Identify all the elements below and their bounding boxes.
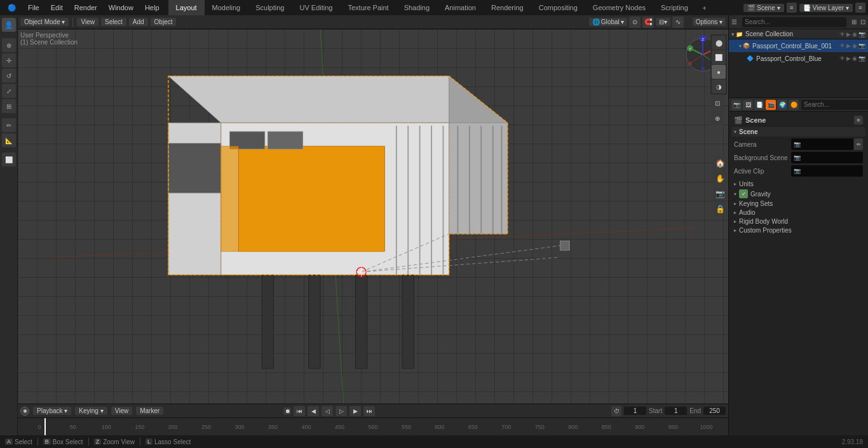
tab-geometry-nodes[interactable]: Geometry Nodes: [585, 0, 653, 15]
step-back-btn[interactable]: ◀: [308, 406, 319, 416]
viewport-overlay-dropdown[interactable]: ⊡: [710, 96, 724, 110]
viewport-shading-rendered[interactable]: ◑: [712, 79, 726, 93]
play-btn[interactable]: ▷: [336, 406, 347, 416]
tab-scripting[interactable]: Scripting: [653, 0, 696, 15]
timeline-track[interactable]: 0 50 100 150 200 250 300 350 400 450 500…: [18, 418, 728, 435]
properties-search-input[interactable]: [801, 100, 868, 110]
tab-compositing[interactable]: Compositing: [531, 0, 585, 15]
move-tool[interactable]: ✛: [2, 53, 16, 67]
object-menu[interactable]: Object: [151, 18, 177, 26]
current-frame-input[interactable]: [624, 407, 646, 415]
playback-btn[interactable]: Playback ▾: [33, 407, 71, 415]
passport-blue-select-icon[interactable]: ▶: [846, 55, 851, 62]
annotate-tool[interactable]: ✏: [2, 118, 16, 132]
tab-sculpting[interactable]: Sculpting: [248, 0, 292, 15]
options-btn[interactable]: Options ▾: [693, 18, 726, 26]
tab-uv-editing[interactable]: UV Editing: [292, 0, 340, 15]
camera-btn[interactable]: 📷: [713, 187, 727, 201]
prop-units-collapse[interactable]: ▸ Units: [731, 180, 865, 188]
outliner-item-passport-001[interactable]: ▾ 📦 Passport_Control_Blue_001 👁 ▶ ◉ 📷: [729, 39, 868, 52]
scale-tool[interactable]: ⤢: [2, 84, 16, 98]
view-btn[interactable]: View: [111, 407, 133, 415]
viewport-shading-solid[interactable]: ⬤: [712, 36, 726, 50]
scene-section-header[interactable]: ▾ Scene: [731, 127, 865, 137]
camera-value[interactable]: 📷: [791, 139, 853, 150]
end-frame-input[interactable]: [703, 407, 726, 415]
prop-scene-expand[interactable]: ≡: [854, 116, 863, 125]
menu-edit[interactable]: Edit: [46, 3, 68, 13]
prop-keying-sets-collapse[interactable]: ▸ Keying Sets: [731, 200, 865, 208]
prop-tab-world[interactable]: 🌍: [777, 100, 787, 110]
view-menu[interactable]: View: [77, 18, 98, 26]
measure-tool[interactable]: 📐: [2, 133, 16, 147]
prop-tab-render[interactable]: 📷: [731, 100, 742, 110]
prop-tab-scene[interactable]: 🎬: [766, 100, 776, 110]
viewport-shading-wireframe[interactable]: ⬜: [712, 50, 726, 64]
scene-selector[interactable]: 🎬 Scene ▾: [743, 4, 783, 12]
collection-expand-icon[interactable]: ▾: [731, 31, 735, 37]
prop-tab-output[interactable]: 🖼: [743, 100, 753, 110]
pan-view-btn[interactable]: ✋: [713, 172, 727, 186]
select-menu[interactable]: Select: [101, 18, 126, 26]
passport-001-select-icon[interactable]: ▶: [846, 43, 851, 49]
outliner-search-input[interactable]: [742, 17, 846, 27]
viewport-canvas[interactable]: User Perspective (1) Scene Collection X …: [18, 29, 728, 404]
tab-shading[interactable]: Shading: [397, 0, 437, 15]
passport-001-eye-icon[interactable]: 👁: [839, 43, 845, 49]
menu-window[interactable]: Window: [104, 3, 139, 13]
scene-options-btn[interactable]: ≡: [787, 3, 797, 13]
proportional-edit-btn[interactable]: ⊙: [629, 17, 641, 28]
snap-btn[interactable]: 🧲: [642, 17, 654, 28]
active-clip-value[interactable]: 📷: [791, 165, 863, 177]
record-btn[interactable]: ⏺: [283, 407, 291, 415]
view-layer-options-btn[interactable]: ≡: [855, 3, 865, 13]
outliner-item-passport-blue[interactable]: 🔷 Passport_Control_Blue 👁 ▶ ◉ 📷: [729, 52, 868, 65]
tab-add-button[interactable]: ＋: [696, 1, 713, 15]
hide-viewport-icon[interactable]: ◉: [852, 31, 857, 37]
tab-layout[interactable]: Layout: [168, 0, 205, 15]
tab-texture-paint[interactable]: Texture Paint: [340, 0, 396, 15]
view-all-btn[interactable]: 🏠: [713, 156, 727, 170]
snap-options-dropdown[interactable]: ⊟▾: [656, 18, 670, 26]
add-menu[interactable]: Add: [129, 18, 148, 26]
keying-btn[interactable]: Keying ▾: [75, 407, 107, 415]
view-layer-selector[interactable]: 📑 View Layer ▾: [799, 4, 853, 12]
user-icon[interactable]: 👤: [2, 18, 16, 32]
outliner-filter-btn[interactable]: ⊞: [851, 18, 857, 25]
lock-view-btn[interactable]: 🔒: [713, 202, 727, 216]
outliner-sync-btn[interactable]: ⊡: [860, 18, 865, 25]
transform-global-dropdown[interactable]: 🌐Global▾: [589, 18, 627, 26]
passport-blue-render-icon[interactable]: 📷: [858, 55, 865, 62]
marker-btn[interactable]: Marker: [136, 407, 163, 415]
step-forward-btn[interactable]: ▶: [349, 406, 361, 416]
prop-custom-properties-collapse[interactable]: ▸ Custom Properties: [731, 226, 865, 234]
passport-blue-eye-icon[interactable]: 👁: [839, 55, 845, 62]
tab-animation[interactable]: Animation: [437, 0, 484, 15]
start-frame-input[interactable]: [665, 407, 687, 415]
passport-001-render-icon[interactable]: 📷: [858, 43, 865, 49]
timeline-mode-indicator[interactable]: ◉: [20, 407, 29, 416]
cursor-tool[interactable]: ⊕: [2, 38, 16, 52]
eye-icon[interactable]: 👁: [839, 31, 845, 37]
rotate-tool[interactable]: ↺: [2, 69, 16, 83]
object-mode-dropdown[interactable]: Object Mode ▾: [20, 18, 69, 26]
filter-icon[interactable]: ☰: [731, 18, 737, 25]
select-icon[interactable]: ▶: [846, 31, 851, 37]
blender-icon[interactable]: 🔵: [3, 3, 22, 13]
menu-render[interactable]: Render: [69, 3, 102, 13]
prop-gravity-collapse[interactable]: ▾ ✓ Gravity: [731, 189, 865, 199]
prop-audio-collapse[interactable]: ▸ Audio: [731, 208, 865, 217]
viewport-shading-material[interactable]: ●: [712, 65, 726, 79]
proportional-falloff-btn[interactable]: ∿: [672, 17, 684, 28]
camera-edit-btn[interactable]: ✏: [854, 139, 863, 150]
passport-001-viewport-icon[interactable]: ◉: [852, 43, 857, 49]
prop-tab-view-layer[interactable]: 📑: [754, 100, 764, 110]
passport-blue-viewport-icon[interactable]: ◉: [852, 55, 857, 62]
jump-start-btn[interactable]: ⏮: [294, 406, 305, 416]
menu-file[interactable]: File: [23, 3, 44, 13]
tab-rendering[interactable]: Rendering: [484, 0, 531, 15]
menu-help[interactable]: Help: [140, 3, 165, 13]
tab-modeling[interactable]: Modeling: [205, 0, 248, 15]
prop-rigid-body-world-collapse[interactable]: ▸ Rigid Body World: [731, 217, 865, 226]
gravity-checkbox[interactable]: ✓: [739, 189, 748, 198]
